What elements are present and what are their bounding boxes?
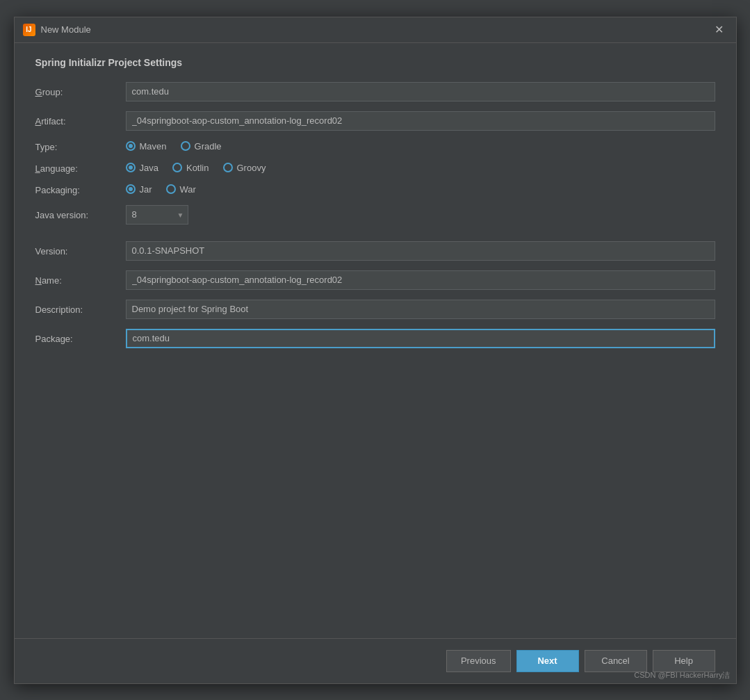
new-module-dialog: IJ New Module ✕ Spring Initializr Projec… [14,17,737,684]
type-gradle-label: Gradle [195,141,222,152]
close-button[interactable]: ✕ [710,23,728,37]
language-groovy-radio[interactable] [223,163,233,172]
dialog-title: New Module [41,24,91,35]
packaging-war-radio[interactable] [166,184,176,194]
title-bar: IJ New Module ✕ [15,17,736,43]
previous-button[interactable]: Previous [446,650,511,672]
dialog-content: Spring Initializr Project Settings Group… [15,43,736,638]
packaging-jar-label: Jar [140,184,152,195]
next-button[interactable]: Next [516,650,579,672]
language-groovy-option[interactable]: Groovy [223,163,266,173]
java-version-label: Java version: [35,209,126,220]
language-radio-group: Java Kotlin Groovy [126,163,266,173]
title-bar-left: IJ New Module [23,24,91,36]
packaging-war-label: War [180,184,196,195]
dialog-footer: Previous Next Cancel Help [15,638,736,683]
description-input[interactable] [126,300,715,319]
java-version-select[interactable]: 8 11 17 [126,205,188,225]
packaging-war-option[interactable]: War [166,184,196,195]
app-icon: IJ [23,24,35,36]
language-kotlin-radio[interactable] [172,163,182,172]
packaging-jar-option[interactable]: Jar [126,184,152,195]
language-java-radio[interactable] [126,163,136,172]
description-row: Description: [35,300,715,319]
type-maven-option[interactable]: Maven [126,141,167,152]
version-row: Version: [35,241,715,261]
artifact-row: Artifact: [35,111,715,131]
package-row: Package: [35,329,715,348]
type-maven-label: Maven [140,141,167,152]
empty-area [35,358,715,624]
java-version-row: Java version: 8 11 17 ▼ [35,205,715,225]
package-input[interactable] [126,329,715,348]
name-input[interactable] [126,270,715,290]
packaging-row: Packaging: Jar War [35,184,715,195]
type-radio-group: Maven Gradle [126,141,222,152]
language-kotlin-option[interactable]: Kotlin [172,163,209,173]
watermark-text: CSDN @FBI HackerHarry洁 [634,670,730,681]
type-row: Type: Maven Gradle [35,140,715,152]
packaging-radio-group: Jar War [126,184,196,195]
group-row: Group: [35,82,715,101]
version-label: Version: [35,245,126,257]
type-gradle-radio[interactable] [181,141,190,151]
artifact-input[interactable] [126,111,715,131]
type-gradle-option[interactable]: Gradle [181,141,222,152]
java-version-wrapper: 8 11 17 ▼ [126,205,188,225]
artifact-label: Artifact: [35,115,126,127]
name-row: Name: [35,270,715,290]
type-label: Type: [35,140,126,152]
packaging-label: Packaging: [35,184,126,195]
language-kotlin-label: Kotlin [186,163,209,173]
name-label: Name: [35,274,126,286]
packaging-jar-radio[interactable] [126,184,136,194]
type-maven-radio[interactable] [126,141,136,151]
language-java-label: Java [140,163,158,173]
description-label: Description: [35,303,126,315]
language-groovy-label: Groovy [237,163,266,173]
help-button[interactable]: Help [653,650,715,672]
group-label: Group: [35,86,126,97]
section-title: Spring Initializr Project Settings [35,57,715,68]
language-label: Language: [35,162,126,174]
cancel-button[interactable]: Cancel [585,650,647,672]
version-input[interactable] [126,241,715,261]
language-java-option[interactable]: Java [126,163,158,173]
package-label: Package: [35,332,126,344]
group-input[interactable] [126,82,715,101]
language-row: Language: Java Kotlin Groovy [35,162,715,174]
